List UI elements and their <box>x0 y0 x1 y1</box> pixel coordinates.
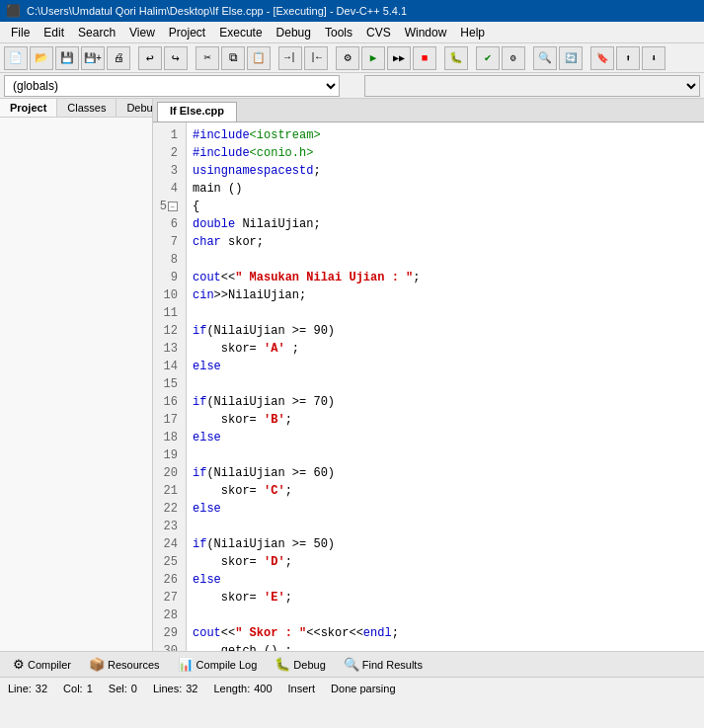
stop-button[interactable] <box>413 46 436 70</box>
compile-log-tab-label: Compile Log <box>196 659 258 671</box>
save-all-button[interactable]: 💾+ <box>81 46 105 70</box>
code-line-6: double NilaiUjian; <box>193 215 698 233</box>
indent-button[interactable]: →| <box>278 46 302 70</box>
col-value: 1 <box>87 683 93 694</box>
print-button[interactable] <box>107 46 130 70</box>
tab-resources[interactable]: 📦 Resources <box>80 654 169 675</box>
next-bookmark-button[interactable]: ⬇ <box>642 46 665 70</box>
run-button[interactable] <box>361 46 385 70</box>
compiler-tab-label: Compiler <box>28 659 71 671</box>
prev-bookmark-button[interactable]: ⬆ <box>616 46 640 70</box>
paste-button[interactable] <box>247 46 271 70</box>
code-line-5: { <box>193 198 698 215</box>
menu-help[interactable]: Help <box>453 24 492 41</box>
menu-search[interactable]: Search <box>71 24 122 41</box>
status-col: Col: 1 <box>63 683 93 694</box>
code-line-11 <box>193 304 698 322</box>
open-button[interactable] <box>30 46 53 70</box>
line-num-6: 6 <box>157 215 182 233</box>
line-num-28: 28 <box>157 607 182 624</box>
status-bar: Line: 32 Col: 1 Sel: 0 Lines: 32 Length:… <box>0 677 704 698</box>
copy-button[interactable] <box>221 46 245 70</box>
options-button[interactable]: ⚙ <box>502 46 525 70</box>
undo-button[interactable] <box>138 46 162 70</box>
line-num-22: 22 <box>157 500 182 518</box>
title-bar: ⬛ C:\Users\Umdatul Qori Halim\Desktop\If… <box>0 0 704 22</box>
status-text-value: Done parsing <box>331 683 395 694</box>
menu-project[interactable]: Project <box>162 24 212 41</box>
code-line-25: skor= 'D'; <box>193 553 698 571</box>
window-title: C:\Users\Umdatul Qori Halim\Desktop\If E… <box>27 5 407 17</box>
menu-execute[interactable]: Execute <box>212 24 269 41</box>
tab-find-results[interactable]: 🔍 Find Results <box>335 654 431 675</box>
code-line-22: else <box>193 500 698 518</box>
app-icon: ⬛ <box>6 4 21 18</box>
line-num-10: 10 <box>157 286 182 304</box>
mode-value: Insert <box>288 683 316 694</box>
line-num-9: 9 <box>157 269 182 286</box>
menu-edit[interactable]: Edit <box>37 24 71 41</box>
left-panel-content <box>0 118 152 651</box>
redo-button[interactable] <box>164 46 188 70</box>
dropdown-bar: (globals) <box>0 73 704 99</box>
menu-window[interactable]: Window <box>398 24 454 41</box>
status-length: Length: 400 <box>214 683 273 694</box>
cut-button[interactable] <box>196 46 219 70</box>
menu-view[interactable]: View <box>122 24 162 41</box>
menu-cvs[interactable]: CVS <box>359 24 398 41</box>
line-num-2: 2 <box>157 144 182 162</box>
line-num-12: 12 <box>157 322 182 340</box>
col-label: Col: <box>63 683 83 694</box>
unindent-button[interactable]: |← <box>304 46 328 70</box>
bookmark-button[interactable]: 🔖 <box>590 46 614 70</box>
status-text: Done parsing <box>331 683 395 694</box>
tab-classes[interactable]: Classes <box>57 99 117 117</box>
editor-area[interactable]: 12345 −678910111213141516171819202122232… <box>153 122 704 651</box>
code-line-30: getch () ; <box>193 642 698 651</box>
line-numbers: 12345 −678910111213141516171819202122232… <box>153 122 187 651</box>
tab-project[interactable]: Project <box>0 99 57 117</box>
line-num-8: 8 <box>157 251 182 269</box>
sel-value: 0 <box>131 683 137 694</box>
editor-tab-bar: If Else.cpp <box>153 99 704 122</box>
left-panel: Project Classes Debug <box>0 99 153 651</box>
code-content[interactable]: #include<iostream>#include<conio.h>using… <box>187 122 704 651</box>
tab-compiler[interactable]: ⚙ Compiler <box>4 654 80 675</box>
code-line-18: else <box>193 429 698 446</box>
line-num-18: 18 <box>157 429 182 446</box>
line-num-15: 15 <box>157 375 182 393</box>
line-num-23: 23 <box>157 518 182 535</box>
compile-button[interactable] <box>336 46 359 70</box>
scope-dropdown[interactable]: (globals) <box>4 75 340 97</box>
code-line-17: skor= 'B'; <box>193 411 698 429</box>
new-button[interactable] <box>4 46 28 70</box>
code-line-26: else <box>193 571 698 589</box>
tab-debug-bottom[interactable]: 🐛 Debug <box>266 654 334 675</box>
lines-label: Lines: <box>153 683 182 694</box>
code-line-2: #include<conio.h> <box>193 144 698 162</box>
code-line-21: skor= 'C'; <box>193 482 698 500</box>
save-button[interactable] <box>55 46 79 70</box>
status-mode: Insert <box>288 683 316 694</box>
code-line-15 <box>193 375 698 393</box>
line-num-13: 13 <box>157 340 182 358</box>
check-syntax-button[interactable] <box>476 46 500 70</box>
menu-file[interactable]: File <box>4 24 37 41</box>
menu-tools[interactable]: Tools <box>318 24 359 41</box>
main-area: Project Classes Debug If Else.cpp 12345 … <box>0 99 704 651</box>
line-num-17: 17 <box>157 411 182 429</box>
debug-button[interactable] <box>444 46 468 70</box>
length-label: Length: <box>214 683 251 694</box>
line-num-11: 11 <box>157 304 182 322</box>
tab-compile-log[interactable]: 📊 Compile Log <box>169 654 267 675</box>
line-label: Line: <box>8 683 32 694</box>
tab-if-else-cpp[interactable]: If Else.cpp <box>157 102 237 121</box>
function-dropdown[interactable] <box>364 75 700 97</box>
status-lines: Lines: 32 <box>153 683 198 694</box>
line-num-25: 25 <box>157 553 182 571</box>
replace-button[interactable]: 🔄 <box>559 46 583 70</box>
line-num-20: 20 <box>157 464 182 482</box>
find-button[interactable] <box>533 46 557 70</box>
compile-run-button[interactable]: ▶▶ <box>387 46 411 70</box>
menu-debug[interactable]: Debug <box>270 24 318 41</box>
